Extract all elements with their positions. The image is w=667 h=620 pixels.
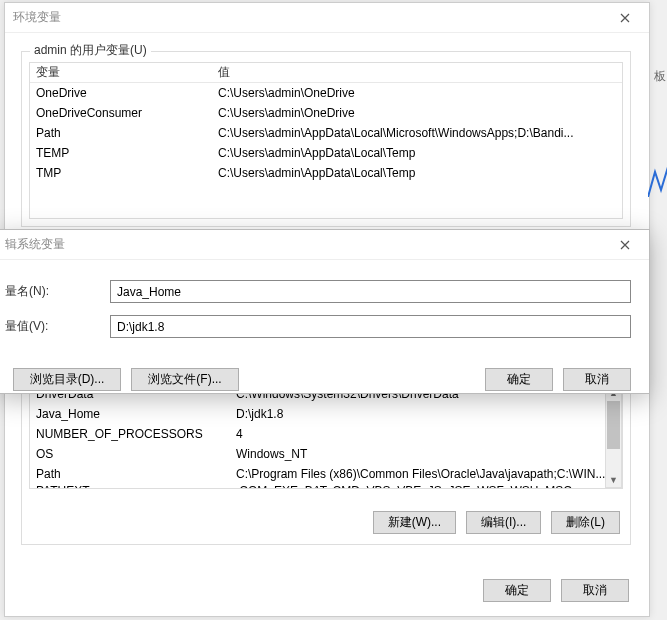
variable-value-input[interactable]	[110, 315, 631, 338]
cell-name: Java_Home	[30, 407, 230, 421]
table-row[interactable]: OneDriveConsumer C:\Users\admin\OneDrive	[30, 103, 622, 123]
cell-value: D:\jdk1.8	[230, 407, 622, 421]
delete-button[interactable]: 删除(L)	[551, 511, 620, 534]
cell-name: TMP	[30, 166, 212, 180]
variable-name-input[interactable]	[110, 280, 631, 303]
table-row[interactable]: Path C:\Program Files (x86)\Common Files…	[30, 464, 622, 484]
cell-value: C:\Program Files (x86)\Common Files\Orac…	[230, 467, 622, 481]
variable-name-row: 量名(N):	[3, 280, 631, 303]
table-row[interactable]: NUMBER_OF_PROCESSORS 4	[30, 424, 622, 444]
cancel-button[interactable]: 取消	[563, 368, 631, 391]
cell-name: PATHEXT	[30, 484, 230, 489]
user-variables-group: admin 的用户变量(U) 变量 值 OneDrive C:\Users\ad…	[21, 51, 631, 227]
cell-value: C:\Users\admin\AppData\Local\Microsoft\W…	[212, 126, 622, 140]
variable-value-label: 量值(V):	[3, 318, 110, 335]
system-variables-group: DriverData C:\Windows\System32\Drivers\D…	[21, 375, 631, 545]
variable-name-label: 量名(N):	[3, 283, 110, 300]
table-row[interactable]: Path C:\Users\admin\AppData\Local\Micros…	[30, 123, 622, 143]
browse-directory-button[interactable]: 浏览目录(D)...	[13, 368, 121, 391]
column-header-value[interactable]: 值	[212, 64, 622, 81]
edit-system-variable-dialog: 辑系统变量 量名(N): 量值(V): 浏览目录(D)... 浏览文件(F)..…	[0, 229, 650, 394]
titlebar: 环境变量	[5, 3, 649, 33]
close-icon[interactable]	[609, 7, 641, 29]
variable-value-row: 量值(V):	[3, 315, 631, 338]
cancel-button[interactable]: 取消	[561, 579, 629, 602]
close-icon[interactable]	[609, 234, 641, 256]
cell-value: Windows_NT	[230, 447, 622, 461]
main-dialog-buttons: 确定 取消	[483, 579, 629, 602]
table-row[interactable]: OneDrive C:\Users\admin\OneDrive	[30, 83, 622, 103]
cell-name: NUMBER_OF_PROCESSORS	[30, 427, 230, 441]
background-strip: 板	[652, 0, 667, 620]
table-row[interactable]: TMP C:\Users\admin\AppData\Local\Temp	[30, 163, 622, 183]
column-header-name[interactable]: 变量	[30, 64, 212, 81]
system-buttons-row: 新建(W)... 编辑(I)... 删除(L)	[373, 511, 620, 534]
browse-file-button[interactable]: 浏览文件(F)...	[131, 368, 239, 391]
window-title: 环境变量	[13, 9, 61, 26]
system-variables-table[interactable]: DriverData C:\Windows\System32\Drivers\D…	[29, 383, 623, 489]
cell-value: C:\Users\admin\AppData\Local\Temp	[212, 166, 622, 180]
table-row[interactable]: Java_Home D:\jdk1.8	[30, 404, 622, 424]
edit-dialog-buttons: 浏览目录(D)... 浏览文件(F)... 确定 取消	[0, 362, 649, 391]
cell-value: C:\Users\admin\AppData\Local\Temp	[212, 146, 622, 160]
table-row[interactable]: TEMP C:\Users\admin\AppData\Local\Temp	[30, 143, 622, 163]
table-row[interactable]: PATHEXT .COM;.EXE;.BAT;.CMD;.VBS;.VBE;.J…	[30, 484, 622, 489]
strip-char: 板	[654, 68, 666, 85]
ok-button[interactable]: 确定	[485, 368, 553, 391]
cell-value: C:\Users\admin\OneDrive	[212, 86, 622, 100]
cell-value: C:\Users\admin\OneDrive	[212, 106, 622, 120]
scroll-down-icon[interactable]: ▼	[606, 472, 621, 487]
cell-name: OS	[30, 447, 230, 461]
table-header[interactable]: 变量 值	[30, 63, 622, 83]
cell-name: TEMP	[30, 146, 212, 160]
dialog-title: 辑系统变量	[5, 236, 65, 253]
cell-name: OneDrive	[30, 86, 212, 100]
cell-value: .COM;.EXE;.BAT;.CMD;.VBS;.VBE;.JS;.JSE;.…	[230, 484, 622, 489]
titlebar: 辑系统变量	[0, 230, 649, 260]
scrollbar-thumb[interactable]	[607, 401, 620, 449]
edit-button[interactable]: 编辑(I)...	[466, 511, 541, 534]
user-variables-table[interactable]: 变量 值 OneDrive C:\Users\admin\OneDrive On…	[29, 62, 623, 219]
cell-name: Path	[30, 467, 230, 481]
ok-button[interactable]: 确定	[483, 579, 551, 602]
cell-name: OneDriveConsumer	[30, 106, 212, 120]
cell-value: 4	[230, 427, 622, 441]
wave-icon	[648, 162, 667, 197]
table-row[interactable]: OS Windows_NT	[30, 444, 622, 464]
vertical-scrollbar[interactable]: ▲ ▼	[605, 384, 622, 488]
dialog-body: 量名(N): 量值(V):	[0, 260, 649, 362]
user-group-label: admin 的用户变量(U)	[30, 42, 151, 59]
new-button[interactable]: 新建(W)...	[373, 511, 456, 534]
cell-name: Path	[30, 126, 212, 140]
